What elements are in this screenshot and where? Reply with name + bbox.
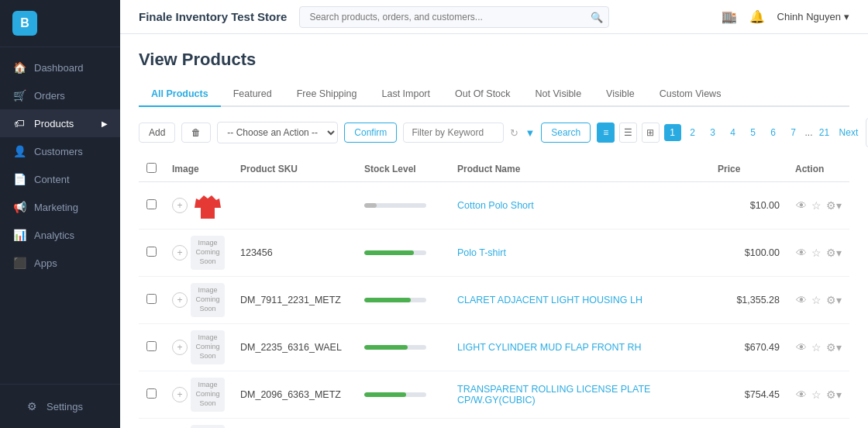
toolbar-right: ≡ ☰ ⊞ 1 2 3 4 5 6 7 ... 21 Next View 50	[597, 118, 868, 147]
tab-not-visible[interactable]: Not Visible	[523, 82, 594, 107]
sidebar-item-dashboard[interactable]: 🏠 Dashboard	[0, 54, 120, 81]
product-link[interactable]: Polo T-shirt	[457, 247, 506, 258]
tab-visible[interactable]: Visible	[594, 82, 647, 107]
product-link[interactable]: TRANSPARENT ROLLING LICENSE PLATE CP/W.G…	[457, 384, 650, 406]
page-1[interactable]: 1	[664, 124, 681, 141]
page-6[interactable]: 6	[765, 124, 782, 141]
row-sku: 123456	[232, 230, 356, 277]
header-name: Product Name	[450, 157, 710, 182]
sidebar-item-label: Dashboard	[34, 62, 84, 74]
row-product-name: PLUM STREAMLINED SPOILER DARK GRAY METAL…	[450, 419, 710, 429]
sidebar-item-analytics[interactable]: 📊 Analytics	[0, 221, 120, 249]
view-icon[interactable]: 👁	[796, 294, 807, 306]
add-image-button[interactable]: +	[172, 198, 188, 213]
sidebar-item-label: Customers	[34, 146, 83, 157]
add-image-button[interactable]: +	[172, 340, 188, 355]
row-stock	[356, 324, 450, 371]
row-checkbox[interactable]	[146, 247, 157, 257]
filter-input[interactable]	[403, 123, 504, 143]
row-checkbox-cell	[139, 371, 164, 419]
gear-icon[interactable]: ⚙▾	[826, 341, 842, 354]
notification-icon[interactable]: 🔔	[749, 9, 765, 24]
user-menu[interactable]: Chinh Nguyen ▾	[777, 11, 849, 22]
star-icon[interactable]: ☆	[811, 199, 822, 212]
row-action-cell: 👁 ☆ ⚙▾	[787, 230, 849, 277]
tab-last-import[interactable]: Last Import	[369, 82, 443, 107]
tab-featured[interactable]: Featured	[221, 82, 284, 107]
row-price: $754.45	[710, 371, 787, 419]
search-button[interactable]: Search	[541, 123, 591, 143]
tab-custom-views[interactable]: Custom Views	[647, 82, 734, 107]
add-image-button[interactable]: +	[172, 292, 188, 308]
row-sku: DM_7911_2231_METZ	[232, 277, 356, 324]
list-view-icon[interactable]: ≡	[597, 123, 615, 143]
row-stock	[356, 371, 450, 419]
sidebar-item-content[interactable]: 📄 Content	[0, 165, 120, 193]
tab-all-products[interactable]: All Products	[139, 82, 221, 107]
row-product-name: Cotton Polo Short	[450, 182, 710, 230]
star-icon[interactable]: ☆	[811, 388, 822, 401]
star-icon[interactable]: ☆	[811, 341, 822, 354]
row-stock	[356, 182, 450, 230]
sidebar-item-products[interactable]: 🏷 Products ▶	[0, 109, 120, 137]
row-price: $1,355.28	[710, 277, 787, 324]
view-icon[interactable]: 👁	[796, 388, 807, 401]
view-icon[interactable]: 👁	[796, 199, 807, 212]
tab-out-of-stock[interactable]: Out Of Stock	[443, 82, 523, 107]
tab-free-shipping[interactable]: Free Shipping	[284, 82, 370, 107]
grid-view-icon[interactable]: ⊞	[642, 123, 660, 143]
confirm-button[interactable]: Confirm	[344, 123, 397, 143]
row-checkbox[interactable]	[146, 341, 157, 351]
page-4[interactable]: 4	[725, 124, 742, 141]
sidebar-item-marketing[interactable]: 📢 Marketing	[0, 193, 120, 221]
row-actions: 👁 ☆ ⚙▾	[795, 341, 842, 354]
search-bar: 🔍	[299, 6, 609, 28]
shirt-svg	[193, 191, 222, 220]
gear-icon[interactable]: ⚙▾	[826, 294, 842, 306]
row-checkbox[interactable]	[146, 388, 157, 399]
compact-view-icon[interactable]: ☰	[619, 123, 637, 143]
add-image-button[interactable]: +	[172, 387, 188, 402]
page-2[interactable]: 2	[684, 124, 701, 141]
trash-button[interactable]: 🗑	[181, 123, 211, 143]
sidebar-item-settings[interactable]: ⚙ Settings	[12, 392, 108, 420]
product-link[interactable]: Cotton Polo Short	[457, 200, 534, 211]
row-actions: 👁 ☆ ⚙▾	[795, 199, 842, 212]
row-action-cell: 👁 ☆ ⚙▾	[787, 371, 849, 419]
sidebar-item-orders[interactable]: 🛒 Orders	[0, 81, 120, 109]
search-input[interactable]	[299, 6, 609, 28]
filter-icon[interactable]: ▼	[525, 127, 535, 139]
row-stock	[356, 419, 450, 429]
page-7[interactable]: 7	[785, 124, 802, 141]
table-row: + ImageComingSoon DM_7911_2231_METZ CLAR…	[139, 277, 849, 324]
product-link[interactable]: LIGHT CYLINDER MUD FLAP FRONT RH	[457, 342, 642, 353]
gear-icon[interactable]: ⚙▾	[826, 247, 842, 259]
add-image-button[interactable]: +	[172, 245, 188, 261]
product-link[interactable]: CLARET ADJACENT LIGHT HOUSING LH	[457, 295, 642, 305]
add-button[interactable]: Add	[139, 123, 175, 143]
refresh-icon[interactable]: ↻	[510, 127, 518, 139]
action-select[interactable]: -- Choose an Action --	[217, 122, 338, 143]
gear-icon[interactable]: ⚙▾	[826, 388, 842, 401]
products-table: Image Product SKU Stock Level Product Na…	[139, 157, 849, 428]
star-icon[interactable]: ☆	[811, 247, 822, 259]
row-checkbox[interactable]	[146, 199, 157, 209]
pagination-next[interactable]: Next	[836, 124, 862, 141]
table-body: + Cotton Polo Short $10.00 👁 ☆ ⚙▾ + Imag…	[139, 182, 849, 429]
page-3[interactable]: 3	[704, 124, 722, 141]
stock-bar	[364, 392, 406, 397]
gear-icon[interactable]: ⚙▾	[826, 199, 842, 212]
row-image-cell: + ImageComingSoon	[164, 324, 232, 371]
select-all-checkbox[interactable]	[146, 163, 157, 173]
view-icon[interactable]: 👁	[796, 247, 807, 259]
star-icon[interactable]: ☆	[811, 294, 822, 306]
row-stock	[356, 277, 450, 324]
row-checkbox[interactable]	[146, 294, 157, 304]
sidebar-item-customers[interactable]: 👤 Customers	[0, 137, 120, 165]
view-icon[interactable]: 👁	[796, 341, 807, 354]
page-5[interactable]: 5	[745, 124, 762, 141]
header-sku: Product SKU	[232, 157, 356, 182]
sidebar-item-apps[interactable]: ⬛ Apps	[0, 249, 120, 277]
page-last[interactable]: 21	[816, 124, 833, 141]
store-icon[interactable]: 🏬	[722, 9, 737, 24]
